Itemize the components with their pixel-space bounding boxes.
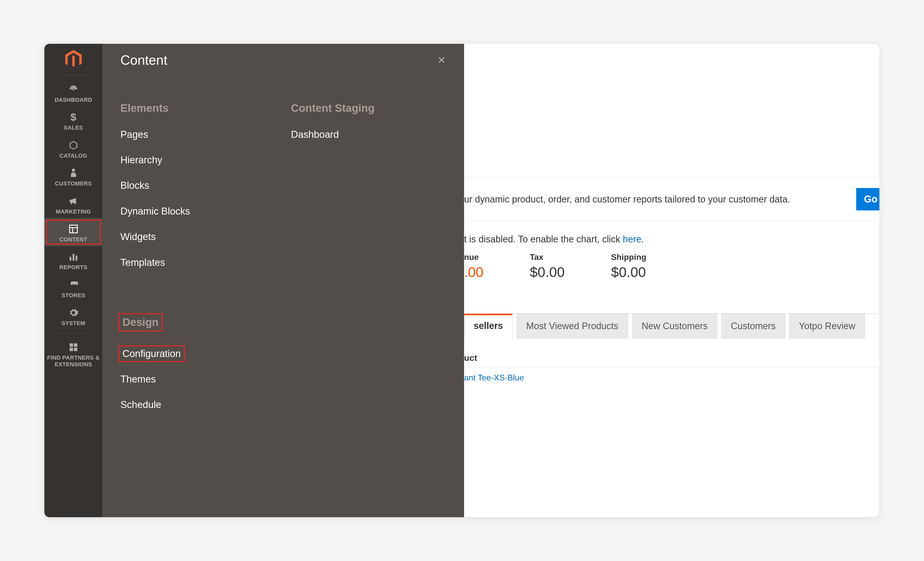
metric-value: $0.00 [611, 264, 646, 280]
sidebar-item-reports[interactable]: REPORTS [44, 246, 102, 274]
svg-rect-8 [74, 343, 77, 347]
dashboard-main: ur dynamic product, order, and customer … [464, 44, 879, 517]
chart-enable-link[interactable]: here [623, 234, 641, 244]
metric-value: $0.00 [530, 264, 565, 280]
dashboard-icon [68, 83, 79, 96]
gear-icon [68, 307, 79, 319]
sidebar-label: SALES [64, 124, 83, 131]
admin-sidebar: DASHBOARD $ SALES CATALOG CUSTOMERS MARK… [44, 44, 102, 517]
metric-shipping: Shipping $0.00 [611, 253, 646, 280]
sidebar-item-system[interactable]: SYSTEM [44, 302, 102, 330]
flyout-title: Content [120, 52, 167, 68]
svg-rect-7 [70, 343, 73, 347]
chart-disabled-message: t is disabled. To enable the chart, clic… [464, 221, 879, 253]
person-icon [70, 167, 77, 179]
flyout-link-pages[interactable]: Pages [120, 128, 148, 141]
flyout-columns: Elements Pages Hierarchy Blocks Dynamic … [120, 101, 446, 424]
metric-revenue: nue .00 [464, 253, 483, 280]
storefront-icon [68, 279, 79, 291]
metric-value: .00 [464, 264, 483, 280]
sidebar-label: CONTENT [59, 236, 87, 243]
flyout-link-hierarchy[interactable]: Hierarchy [120, 154, 162, 166]
svg-point-0 [72, 169, 75, 172]
sidebar-item-marketing[interactable]: MARKETING [44, 190, 102, 218]
svg-rect-5 [72, 254, 74, 261]
sidebar-label: REPORTS [59, 264, 87, 271]
sidebar-item-catalog[interactable]: CATALOG [44, 135, 102, 162]
bi-banner-text: ur dynamic product, order, and customer … [464, 194, 790, 205]
magento-logo [63, 49, 84, 70]
bars-icon [68, 251, 79, 263]
box-icon [68, 139, 79, 151]
content-flyout-panel: Content ✕ Elements Pages Hierarchy Block… [102, 44, 464, 517]
close-icon[interactable]: ✕ [437, 55, 446, 65]
flyout-link-themes[interactable]: Themes [120, 373, 156, 386]
dollar-icon: $ [70, 111, 76, 123]
flyout-link-templates[interactable]: Templates [120, 256, 165, 269]
metric-label: Shipping [611, 253, 646, 262]
sidebar-label: CATALOG [60, 153, 87, 159]
tab-most-viewed[interactable]: Most Viewed Products [517, 314, 628, 338]
flyout-link-blocks[interactable]: Blocks [120, 179, 149, 192]
group-heading-elements: Elements [120, 101, 169, 115]
dashboard-tabs: sellers Most Viewed Products New Custome… [464, 313, 879, 338]
metrics-row: nue .00 Tax $0.00 Shipping $0.00 [464, 253, 879, 285]
flyout-header: Content ✕ [120, 52, 446, 68]
dashboard-top-space [464, 44, 879, 178]
table-header-product: uct [464, 349, 879, 367]
blocks-icon [68, 341, 79, 353]
sidebar-label: SYSTEM [62, 320, 85, 327]
tab-yotpo-reviews[interactable]: Yotpo Review [789, 314, 865, 338]
tab-new-customers[interactable]: New Customers [632, 314, 717, 338]
flyout-link-schedule[interactable]: Schedule [120, 398, 161, 411]
sidebar-item-dashboard[interactable]: DASHBOARD [44, 79, 102, 106]
flyout-link-dynamic-blocks[interactable]: Dynamic Blocks [120, 205, 190, 218]
group-heading-design: Design [120, 315, 160, 329]
svg-rect-4 [70, 257, 71, 261]
sidebar-label: DASHBOARD [55, 97, 92, 103]
flyout-column-left: Elements Pages Hierarchy Blocks Dynamic … [120, 101, 276, 424]
group-heading-content-staging: Content Staging [291, 101, 375, 115]
chart-msg-prefix: t is disabled. To enable the chart, clic… [464, 234, 623, 244]
tab-bestsellers[interactable]: sellers [464, 314, 513, 338]
sidebar-label: MARKETING [56, 208, 91, 215]
sidebar-label: CUSTOMERS [55, 180, 92, 187]
flyout-link-staging-dashboard[interactable]: Dashboard [291, 128, 339, 141]
svg-rect-1 [70, 225, 77, 233]
table-row[interactable]: ant Tee-XS-Blue [464, 367, 879, 388]
app-window: DASHBOARD $ SALES CATALOG CUSTOMERS MARK… [44, 44, 879, 517]
sidebar-item-content[interactable]: CONTENT [44, 218, 102, 246]
svg-rect-10 [74, 347, 77, 351]
flyout-link-widgets[interactable]: Widgets [120, 230, 156, 243]
metric-tax: Tax $0.00 [530, 253, 565, 280]
svg-rect-6 [75, 256, 77, 261]
sidebar-item-sales[interactable]: $ SALES [44, 106, 102, 134]
sidebar-item-stores[interactable]: STORES [44, 274, 102, 302]
megaphone-icon [68, 195, 79, 207]
sidebar-label: STORES [62, 292, 86, 299]
metric-label: nue [464, 253, 483, 262]
bestsellers-table: uct ant Tee-XS-Blue [464, 349, 879, 388]
sidebar-label: FIND PARTNERS & EXTENSIONS [44, 355, 102, 368]
tab-customers[interactable]: Customers [722, 314, 785, 338]
flyout-link-configuration[interactable]: Configuration [120, 347, 183, 360]
layout-icon [68, 223, 79, 235]
chart-msg-suffix: . [641, 234, 644, 244]
bi-banner: ur dynamic product, order, and customer … [464, 178, 879, 221]
metric-label: Tax [530, 253, 565, 262]
go-button[interactable]: Go [856, 188, 879, 211]
svg-rect-9 [70, 347, 73, 351]
flyout-column-right: Content Staging Dashboard [291, 101, 446, 424]
sidebar-item-find-partners[interactable]: FIND PARTNERS & EXTENSIONS [44, 337, 102, 371]
sidebar-item-customers[interactable]: CUSTOMERS [44, 162, 102, 190]
